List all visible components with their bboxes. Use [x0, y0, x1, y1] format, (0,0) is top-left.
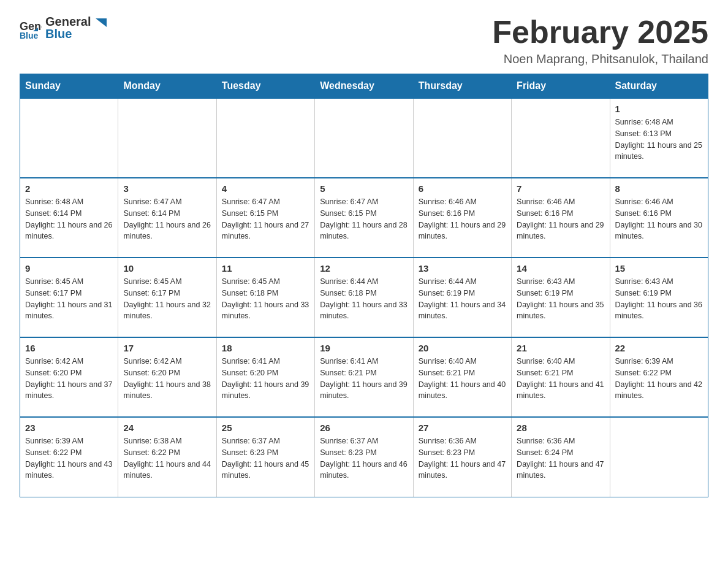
svg-text:Blue: Blue: [20, 31, 39, 39]
day-number: 9: [25, 263, 113, 274]
calendar-cell: 5Sunrise: 6:47 AMSunset: 6:15 PMDaylight…: [315, 178, 413, 258]
day-info: Sunrise: 6:39 AMSunset: 6:22 PMDaylight:…: [615, 356, 703, 402]
day-info: Sunrise: 6:43 AMSunset: 6:19 PMDaylight:…: [517, 276, 604, 322]
calendar-cell: 19Sunrise: 6:41 AMSunset: 6:21 PMDayligh…: [315, 337, 413, 417]
day-number: 2: [25, 183, 113, 194]
day-info: Sunrise: 6:48 AMSunset: 6:14 PMDaylight:…: [25, 196, 113, 242]
day-info: Sunrise: 6:37 AMSunset: 6:23 PMDaylight:…: [222, 435, 309, 481]
day-info: Sunrise: 6:40 AMSunset: 6:21 PMDaylight:…: [517, 356, 604, 402]
day-number: 17: [123, 343, 211, 353]
day-info: Sunrise: 6:37 AMSunset: 6:23 PMDaylight:…: [320, 435, 408, 481]
day-info: Sunrise: 6:42 AMSunset: 6:20 PMDaylight:…: [25, 356, 113, 402]
calendar-header-row: Sunday Monday Tuesday Wednesday Thursday…: [20, 74, 708, 99]
calendar-cell: 20Sunrise: 6:40 AMSunset: 6:21 PMDayligh…: [413, 337, 511, 417]
calendar-cell: 3Sunrise: 6:47 AMSunset: 6:14 PMDaylight…: [118, 178, 216, 258]
calendar-cell: 6Sunrise: 6:46 AMSunset: 6:16 PMDaylight…: [413, 178, 511, 258]
day-number: 4: [222, 183, 309, 194]
calendar-week-row: 16Sunrise: 6:42 AMSunset: 6:20 PMDayligh…: [20, 337, 708, 417]
calendar-cell: 17Sunrise: 6:42 AMSunset: 6:20 PMDayligh…: [118, 337, 216, 417]
calendar-cell: [315, 98, 413, 178]
day-info: Sunrise: 6:39 AMSunset: 6:22 PMDaylight:…: [25, 435, 113, 481]
day-number: 26: [320, 423, 408, 433]
calendar-cell: 11Sunrise: 6:45 AMSunset: 6:18 PMDayligh…: [216, 258, 314, 337]
day-number: 21: [517, 343, 604, 353]
day-info: Sunrise: 6:46 AMSunset: 6:16 PMDaylight:…: [615, 196, 703, 242]
day-number: 7: [517, 183, 604, 194]
day-number: 13: [419, 263, 506, 274]
day-info: Sunrise: 6:46 AMSunset: 6:16 PMDaylight:…: [517, 196, 604, 242]
calendar-week-row: 1Sunrise: 6:48 AMSunset: 6:13 PMDaylight…: [20, 98, 708, 178]
calendar-cell: 10Sunrise: 6:45 AMSunset: 6:17 PMDayligh…: [118, 258, 216, 337]
day-info: Sunrise: 6:47 AMSunset: 6:15 PMDaylight:…: [222, 196, 309, 242]
col-saturday: Saturday: [610, 74, 708, 99]
calendar-cell: 8Sunrise: 6:46 AMSunset: 6:16 PMDaylight…: [610, 178, 708, 258]
calendar-cell: 27Sunrise: 6:36 AMSunset: 6:23 PMDayligh…: [413, 417, 511, 497]
calendar-cell: 16Sunrise: 6:42 AMSunset: 6:20 PMDayligh…: [20, 337, 118, 417]
calendar-cell: 28Sunrise: 6:36 AMSunset: 6:24 PMDayligh…: [512, 417, 610, 497]
calendar-cell: 14Sunrise: 6:43 AMSunset: 6:19 PMDayligh…: [512, 258, 610, 337]
day-info: Sunrise: 6:36 AMSunset: 6:24 PMDaylight:…: [517, 435, 604, 481]
day-number: 24: [123, 423, 211, 433]
day-info: Sunrise: 6:45 AMSunset: 6:18 PMDaylight:…: [222, 276, 309, 322]
logo: General Blue General Blue: [20, 15, 107, 40]
day-number: 16: [25, 343, 113, 353]
day-number: 8: [615, 183, 703, 194]
day-number: 28: [517, 423, 604, 433]
day-number: 23: [25, 423, 113, 433]
day-number: 10: [123, 263, 211, 274]
day-info: Sunrise: 6:48 AMSunset: 6:13 PMDaylight:…: [615, 117, 703, 163]
calendar-cell: 4Sunrise: 6:47 AMSunset: 6:15 PMDaylight…: [216, 178, 314, 258]
day-info: Sunrise: 6:47 AMSunset: 6:14 PMDaylight:…: [123, 196, 211, 242]
calendar-cell: [512, 98, 610, 178]
calendar-cell: 25Sunrise: 6:37 AMSunset: 6:23 PMDayligh…: [216, 417, 314, 497]
col-friday: Friday: [512, 74, 610, 99]
day-number: 6: [419, 183, 506, 194]
calendar-cell: 21Sunrise: 6:40 AMSunset: 6:21 PMDayligh…: [512, 337, 610, 417]
day-info: Sunrise: 6:44 AMSunset: 6:18 PMDaylight:…: [320, 276, 408, 322]
day-info: Sunrise: 6:45 AMSunset: 6:17 PMDaylight:…: [25, 276, 113, 322]
calendar-cell: [216, 98, 314, 178]
svg-marker-3: [96, 18, 107, 27]
day-info: Sunrise: 6:42 AMSunset: 6:20 PMDaylight:…: [123, 356, 211, 402]
col-tuesday: Tuesday: [216, 74, 314, 99]
day-info: Sunrise: 6:40 AMSunset: 6:21 PMDaylight:…: [419, 356, 506, 402]
calendar-cell: 23Sunrise: 6:39 AMSunset: 6:22 PMDayligh…: [20, 417, 118, 497]
month-title: February 2025: [492, 15, 708, 50]
logo-general: General: [45, 15, 107, 28]
calendar-cell: 1Sunrise: 6:48 AMSunset: 6:13 PMDaylight…: [610, 98, 708, 178]
day-info: Sunrise: 6:47 AMSunset: 6:15 PMDaylight:…: [320, 196, 408, 242]
calendar-wrapper: Sunday Monday Tuesday Wednesday Thursday…: [0, 74, 728, 517]
calendar-cell: 9Sunrise: 6:45 AMSunset: 6:17 PMDaylight…: [20, 258, 118, 337]
page-header: General Blue General Blue February 2025 …: [0, 0, 728, 74]
day-number: 15: [615, 263, 703, 274]
day-number: 18: [222, 343, 309, 353]
calendar-cell: [118, 98, 216, 178]
calendar-cell: 12Sunrise: 6:44 AMSunset: 6:18 PMDayligh…: [315, 258, 413, 337]
day-number: 12: [320, 263, 408, 274]
calendar-cell: 24Sunrise: 6:38 AMSunset: 6:22 PMDayligh…: [118, 417, 216, 497]
day-number: 5: [320, 183, 408, 194]
calendar-cell: 22Sunrise: 6:39 AMSunset: 6:22 PMDayligh…: [610, 337, 708, 417]
day-info: Sunrise: 6:44 AMSunset: 6:19 PMDaylight:…: [419, 276, 506, 322]
day-info: Sunrise: 6:45 AMSunset: 6:17 PMDaylight:…: [123, 276, 211, 322]
day-info: Sunrise: 6:36 AMSunset: 6:23 PMDaylight:…: [419, 435, 506, 481]
logo-icon: General Blue: [20, 17, 42, 39]
calendar-cell: 7Sunrise: 6:46 AMSunset: 6:16 PMDaylight…: [512, 178, 610, 258]
calendar-week-row: 2Sunrise: 6:48 AMSunset: 6:14 PMDaylight…: [20, 178, 708, 258]
calendar-cell: [20, 98, 118, 178]
col-sunday: Sunday: [20, 74, 118, 99]
calendar-cell: 15Sunrise: 6:43 AMSunset: 6:19 PMDayligh…: [610, 258, 708, 337]
day-number: 14: [517, 263, 604, 274]
calendar-cell: 2Sunrise: 6:48 AMSunset: 6:14 PMDaylight…: [20, 178, 118, 258]
title-block: February 2025 Noen Maprang, Phitsanulok,…: [492, 15, 708, 66]
day-info: Sunrise: 6:41 AMSunset: 6:20 PMDaylight:…: [222, 356, 309, 402]
day-number: 22: [615, 343, 703, 353]
day-number: 1: [615, 104, 703, 114]
calendar-week-row: 9Sunrise: 6:45 AMSunset: 6:17 PMDaylight…: [20, 258, 708, 337]
col-monday: Monday: [118, 74, 216, 99]
calendar-cell: 18Sunrise: 6:41 AMSunset: 6:20 PMDayligh…: [216, 337, 314, 417]
day-number: 27: [419, 423, 506, 433]
col-thursday: Thursday: [413, 74, 511, 99]
day-number: 25: [222, 423, 309, 433]
day-number: 19: [320, 343, 408, 353]
